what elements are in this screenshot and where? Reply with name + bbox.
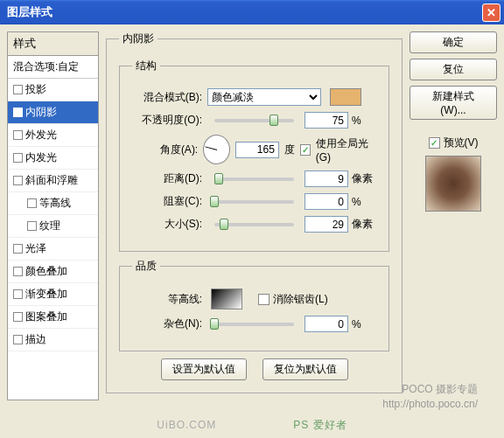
- style-bevel[interactable]: 斜面和浮雕: [8, 170, 98, 192]
- contour-picker[interactable]: [211, 289, 242, 309]
- dialog-body: 样式 混合选项:自定 投影 内阴影 外发光 内发光 斜面和浮雕 等高线 纹理 光…: [0, 24, 504, 407]
- watermark-footer: UiBO.COM PS 爱好者: [0, 417, 504, 433]
- cancel-button[interactable]: 复位: [410, 59, 497, 80]
- global-light-checkbox[interactable]: [300, 144, 311, 156]
- choke-unit: %: [352, 196, 376, 208]
- antialias-label: 消除锯齿(L): [273, 292, 328, 307]
- choke-slider[interactable]: [214, 200, 294, 204]
- effect-title: 内阴影: [119, 31, 158, 46]
- opacity-slider[interactable]: [214, 119, 294, 122]
- preview-label: 预览(V): [444, 136, 479, 150]
- style-texture[interactable]: 纹理: [8, 215, 98, 238]
- angle-label: 角度(A):: [132, 143, 200, 157]
- styles-header[interactable]: 样式: [8, 32, 98, 56]
- close-button[interactable]: ✕: [482, 3, 500, 22]
- style-stroke[interactable]: 描边: [8, 329, 98, 351]
- contour-label: 等高线:: [132, 292, 204, 307]
- checkbox-icon[interactable]: [13, 176, 23, 185]
- noise-input[interactable]: [304, 316, 348, 332]
- action-panel: 确定 复位 新建样式(W)... 预览(V): [410, 31, 497, 400]
- checkbox-icon[interactable]: [13, 153, 23, 163]
- preview-thumbnail: [425, 156, 481, 212]
- global-light-label: 使用全局光(G): [316, 136, 376, 163]
- style-satin[interactable]: 光泽: [8, 238, 98, 261]
- new-style-button[interactable]: 新建样式(W)...: [410, 86, 497, 120]
- blending-options[interactable]: 混合选项:自定: [8, 56, 98, 79]
- checkbox-icon[interactable]: [13, 85, 23, 94]
- antialias-checkbox[interactable]: [258, 294, 270, 305]
- angle-input[interactable]: [235, 142, 279, 158]
- window-title: 图层样式: [7, 4, 482, 20]
- angle-dial[interactable]: [203, 135, 230, 164]
- checkbox-icon[interactable]: [13, 312, 23, 322]
- title-bar: 图层样式 ✕: [0, 0, 504, 24]
- size-unit: 像素: [352, 217, 376, 232]
- checkbox-icon[interactable]: [13, 244, 23, 254]
- distance-label: 距离(D):: [132, 171, 204, 186]
- noise-slider[interactable]: [214, 323, 294, 326]
- blend-mode-label: 混合模式(B):: [132, 90, 204, 105]
- color-swatch[interactable]: [330, 88, 361, 106]
- ok-button[interactable]: 确定: [410, 31, 497, 53]
- checkbox-icon[interactable]: [13, 108, 23, 117]
- quality-fieldset: 品质 等高线: 消除锯齿(L) 杂色(N): %: [119, 259, 389, 351]
- choke-input[interactable]: [304, 193, 348, 210]
- distance-unit: 像素: [352, 171, 376, 186]
- style-inner-glow[interactable]: 内发光: [8, 147, 98, 170]
- quality-title: 品质: [132, 259, 160, 274]
- style-contour[interactable]: 等高线: [8, 192, 98, 215]
- reset-default-button[interactable]: 复位为默认值: [262, 358, 348, 380]
- checkbox-icon[interactable]: [13, 267, 23, 276]
- style-pattern-overlay[interactable]: 图案叠加: [8, 306, 98, 329]
- checkbox-icon[interactable]: [13, 130, 23, 140]
- noise-unit: %: [352, 318, 376, 330]
- effect-fieldset: 内阴影 结构 混合模式(B): 颜色减淡 不透明度(O): % 角度(A):: [106, 31, 402, 393]
- make-default-button[interactable]: 设置为默认值: [161, 358, 247, 380]
- opacity-unit: %: [352, 115, 376, 127]
- noise-label: 杂色(N):: [132, 316, 204, 331]
- distance-slider[interactable]: [214, 177, 294, 181]
- style-inner-shadow[interactable]: 内阴影: [8, 101, 98, 124]
- structure-fieldset: 结构 混合模式(B): 颜色减淡 不透明度(O): % 角度(A):: [119, 59, 389, 252]
- preview-checkbox[interactable]: [429, 137, 440, 149]
- checkbox-icon[interactable]: [13, 289, 23, 299]
- opacity-label: 不透明度(O):: [132, 113, 204, 128]
- size-slider[interactable]: [214, 223, 294, 226]
- style-drop-shadow[interactable]: 投影: [8, 79, 98, 101]
- size-input[interactable]: [304, 216, 348, 233]
- choke-label: 阻塞(C):: [132, 194, 204, 209]
- style-gradient-overlay[interactable]: 渐变叠加: [8, 283, 98, 306]
- checkbox-icon[interactable]: [27, 221, 37, 231]
- opacity-input[interactable]: [304, 112, 348, 129]
- distance-input[interactable]: [304, 170, 348, 187]
- structure-title: 结构: [132, 59, 160, 73]
- settings-panel: 内阴影 结构 混合模式(B): 颜色减淡 不透明度(O): % 角度(A):: [106, 31, 402, 400]
- blend-mode-select[interactable]: 颜色减淡: [207, 88, 321, 106]
- size-label: 大小(S):: [132, 217, 204, 232]
- style-color-overlay[interactable]: 颜色叠加: [8, 261, 98, 283]
- style-outer-glow[interactable]: 外发光: [8, 124, 98, 147]
- checkbox-icon[interactable]: [13, 335, 23, 344]
- angle-unit: 度: [284, 143, 295, 157]
- styles-list: 样式 混合选项:自定 投影 内阴影 外发光 内发光 斜面和浮雕 等高线 纹理 光…: [7, 31, 99, 400]
- checkbox-icon[interactable]: [27, 198, 37, 208]
